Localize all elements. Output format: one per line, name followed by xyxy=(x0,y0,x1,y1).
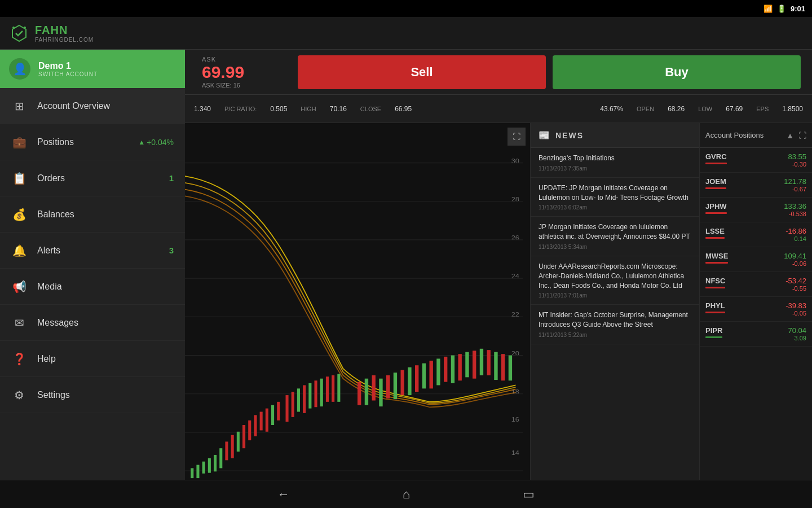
svg-rect-35 xyxy=(271,405,274,425)
news-headline: UPDATE: JP Morgan Initiates Coverage on … xyxy=(539,183,691,203)
pos-change: -0.06 xyxy=(784,260,806,267)
logo-main-text: FAHN xyxy=(35,24,94,37)
svg-rect-32 xyxy=(254,415,257,436)
svg-rect-33 xyxy=(260,412,263,431)
pos-price: -16.86 xyxy=(785,227,806,235)
sidebar-label-positions: Positions xyxy=(37,137,128,147)
svg-rect-55 xyxy=(415,365,418,392)
trading-header: ASK 69.99 ASK SIZE: 16 Sell Buy xyxy=(185,50,812,95)
pos-ticker: NFSC xyxy=(705,277,725,285)
pos-price: 70.04 xyxy=(788,326,806,335)
position-row[interactable]: NFSC-53.42-0.55 xyxy=(700,272,812,297)
nav-change-positions: ▲+0.04% xyxy=(138,138,174,147)
sidebar-item-balances[interactable]: 💰Balances xyxy=(0,196,185,233)
svg-rect-2 xyxy=(185,123,530,508)
positions-icons: ▲ ⛶ xyxy=(786,131,806,140)
svg-rect-62 xyxy=(465,352,469,378)
expand-positions-icon[interactable]: ⛶ xyxy=(798,131,806,140)
stat-val-eps: 1.8500 xyxy=(782,105,803,113)
svg-rect-52 xyxy=(394,373,397,399)
account-overview-icon: ⊞ xyxy=(11,99,27,113)
news-item[interactable]: Under AAAResearchReports.com Microscope:… xyxy=(531,256,699,305)
position-row[interactable]: GVRC83.55-0.30 xyxy=(700,148,812,173)
news-date: 11/11/2013 7:01am xyxy=(539,292,691,299)
news-headline: JP Morgan Initiates Coverage on lululemo… xyxy=(539,222,691,242)
news-item[interactable]: UPDATE: JP Morgan Initiates Coverage on … xyxy=(531,178,699,217)
svg-rect-41 xyxy=(308,383,311,409)
news-icon: 📰 xyxy=(539,130,550,141)
positions-items-container: GVRC83.55-0.30JOEM121.78-0.67JPHW133.36-… xyxy=(700,148,812,347)
sidebar-label-help: Help xyxy=(37,354,174,364)
svg-rect-61 xyxy=(458,354,462,380)
svg-rect-30 xyxy=(242,425,245,448)
sidebar-item-media[interactable]: 📢Media xyxy=(0,269,185,305)
sidebar-item-messages[interactable]: ✉Messages xyxy=(0,305,185,341)
android-recent-button[interactable]: ▭ xyxy=(523,487,535,502)
chart-expand-button[interactable]: ⛶ xyxy=(508,128,526,146)
nav-badge-alerts: 3 xyxy=(169,246,174,255)
pos-price: 121.78 xyxy=(784,177,806,186)
logo-container: FAHN FAHRINGDEL.COM xyxy=(9,23,94,43)
svg-rect-22 xyxy=(196,465,199,479)
settings-icon: ⚙ xyxy=(11,388,27,402)
svg-text:22: 22 xyxy=(511,311,519,318)
position-row[interactable]: JOEM121.78-0.67 xyxy=(700,173,812,198)
pos-ticker: JPHW xyxy=(705,202,727,211)
position-row[interactable]: JPHW133.36-0.538 xyxy=(700,198,812,222)
stat-label-close: CLOSE xyxy=(360,106,381,112)
pos-bar xyxy=(705,212,727,214)
svg-rect-59 xyxy=(444,357,447,382)
svg-rect-57 xyxy=(430,361,433,388)
pos-price: 109.41 xyxy=(784,252,806,260)
position-row[interactable]: LSSE-16.860.14 xyxy=(700,222,812,247)
sidebar-item-account-overview[interactable]: ⊞Account Overview xyxy=(0,88,185,124)
svg-rect-39 xyxy=(297,388,300,411)
svg-rect-65 xyxy=(487,350,491,375)
news-date: 11/13/2013 5:34am xyxy=(539,244,691,250)
sort-icon[interactable]: ▲ xyxy=(786,131,794,140)
positions-header: Account Positions ▲ ⛶ xyxy=(700,123,812,148)
sidebar: 👤 Demo 1 SWITCH ACCOUNT ⊞Account Overvie… xyxy=(0,50,185,508)
svg-rect-51 xyxy=(386,375,390,398)
buy-button[interactable]: Buy xyxy=(553,55,801,89)
pos-bar xyxy=(705,312,725,313)
android-back-button[interactable]: ← xyxy=(277,487,290,502)
sidebar-label-media: Media xyxy=(37,282,174,292)
account-name: Demo 1 xyxy=(38,61,98,71)
account-switcher[interactable]: 👤 Demo 1 SWITCH ACCOUNT xyxy=(0,50,185,88)
position-row[interactable]: PHYL-39.83-0.05 xyxy=(700,297,812,322)
logo-icon xyxy=(9,23,29,43)
pos-change: -0.30 xyxy=(788,161,806,168)
news-header: 📰 NEWS xyxy=(531,123,699,148)
switch-account-label: SWITCH ACCOUNT xyxy=(38,71,98,77)
svg-point-1 xyxy=(24,27,26,29)
ask-price: 69.99 xyxy=(202,63,244,82)
svg-rect-42 xyxy=(315,380,317,407)
pos-bar xyxy=(705,163,727,164)
news-item[interactable]: MT Insider: Gap's October Surprise, Mana… xyxy=(531,305,699,344)
android-home-button[interactable]: ⌂ xyxy=(403,487,410,502)
sidebar-item-orders[interactable]: 📋Orders1 xyxy=(0,160,185,196)
sidebar-item-positions[interactable]: 💼Positions▲+0.04% xyxy=(0,124,185,160)
svg-rect-36 xyxy=(277,402,280,421)
android-bar: ← ⌂ ▭ xyxy=(0,480,812,508)
news-title: NEWS xyxy=(555,131,584,140)
position-row[interactable]: PIPR70.043.09 xyxy=(700,322,812,347)
pos-change: 0.14 xyxy=(785,235,806,242)
svg-rect-48 xyxy=(365,379,368,405)
pos-change: -0.55 xyxy=(785,285,806,292)
sidebar-item-help[interactable]: ❓Help xyxy=(0,341,185,377)
sidebar-item-alerts[interactable]: 🔔Alerts3 xyxy=(0,233,185,269)
stat-val-1340: 1.340 xyxy=(194,105,211,113)
pos-bar xyxy=(705,336,722,338)
svg-text:14: 14 xyxy=(511,449,519,456)
svg-rect-24 xyxy=(208,458,211,473)
news-item[interactable]: Benzinga's Top Initiations11/13/2013 7:3… xyxy=(531,148,699,178)
stat-val-open: 68.26 xyxy=(668,105,685,113)
svg-rect-63 xyxy=(473,351,476,378)
news-headline: Benzinga's Top Initiations xyxy=(539,154,691,163)
sell-button[interactable]: Sell xyxy=(298,55,546,89)
sidebar-item-settings[interactable]: ⚙Settings xyxy=(0,377,185,413)
news-item[interactable]: JP Morgan Initiates Coverage on lululemo… xyxy=(531,217,699,256)
position-row[interactable]: MWSE109.41-0.06 xyxy=(700,247,812,272)
